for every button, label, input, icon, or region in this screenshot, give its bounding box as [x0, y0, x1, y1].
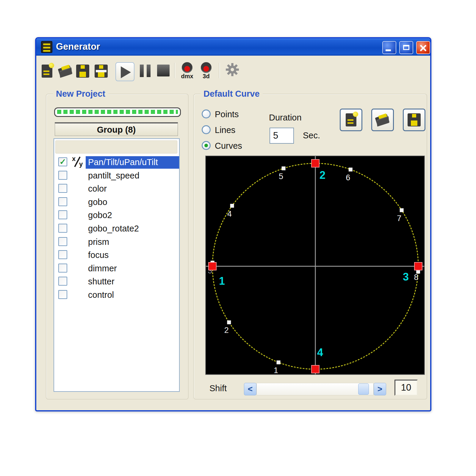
checkbox[interactable] [58, 250, 67, 259]
open-folder-icon [375, 113, 390, 126]
list-item-label: gobo2 [86, 209, 115, 222]
checkbox[interactable] [58, 277, 67, 286]
save-as-icon [95, 65, 108, 78]
curve-point-2 [227, 320, 231, 324]
group-header-button[interactable]: Group (8) [55, 122, 178, 136]
list-item-label: dimmer [86, 262, 119, 275]
3d-view-button[interactable]: 3d [198, 62, 215, 79]
minimize-button[interactable] [382, 41, 396, 54]
dmx-label: dmx [178, 73, 196, 79]
checkbox[interactable] [58, 224, 67, 233]
curve-point-label-5: 5 [279, 172, 283, 181]
duration-input[interactable] [270, 128, 294, 144]
checkbox[interactable] [58, 237, 67, 246]
list-item-pantilt-speed[interactable]: pantilt_speed [54, 170, 179, 182]
3d-label: 3d [198, 73, 215, 79]
settings-button[interactable] [226, 63, 239, 78]
close-button[interactable] [416, 41, 430, 54]
radio-label: Lines [215, 125, 235, 135]
list-item-dimmer[interactable]: dimmer [54, 262, 179, 275]
anchor-point-label-1: 1 [219, 275, 225, 287]
curve-point-7 [400, 208, 404, 212]
new-document-icon [346, 113, 356, 126]
play-button[interactable] [115, 62, 134, 81]
close-icon [420, 45, 427, 51]
toolbar-separator [174, 63, 175, 78]
shift-scrollbar-track[interactable] [256, 383, 374, 395]
radio-button-icon[interactable] [202, 125, 211, 134]
new-project-title: New Project [53, 89, 108, 99]
list-header-strip [55, 140, 177, 154]
stop-icon [157, 65, 170, 76]
checkbox[interactable]: ✓ [58, 157, 67, 166]
maximize-icon [403, 45, 409, 50]
checkbox[interactable] [58, 290, 67, 299]
curve-new-button[interactable] [340, 109, 362, 131]
maximize-button[interactable] [399, 41, 413, 54]
progress-bar [54, 107, 181, 117]
anchor-point-label-4: 4 [317, 346, 323, 358]
app-icon [41, 41, 52, 53]
list-item-gobo2[interactable]: gobo2 [54, 209, 179, 222]
curve-point-label-7: 7 [397, 214, 401, 223]
curve-point-label-4: 4 [227, 209, 232, 218]
radio-button-icon[interactable] [202, 141, 211, 150]
radio-label: Curves [215, 140, 242, 151]
checkbox[interactable] [58, 197, 67, 206]
curve-point-label-1: 1 [274, 366, 278, 374]
xy-axis-icon: xy [71, 156, 84, 169]
curve-point-6 [349, 167, 353, 171]
checkbox[interactable] [58, 210, 67, 219]
curve-point-5 [282, 166, 286, 170]
curve-save-button[interactable] [403, 109, 425, 131]
shift-scrollbar-thumb[interactable] [358, 383, 369, 395]
list-item-label: pantilt_speed [86, 170, 142, 182]
checkbox[interactable] [58, 171, 67, 180]
save-as-button[interactable] [95, 65, 108, 78]
open-folder-icon [58, 65, 73, 78]
new-project-button[interactable] [42, 65, 52, 78]
3d-knob-icon [201, 62, 212, 73]
anchor-point-label-2: 2 [320, 169, 325, 181]
list-item-label: shutter [86, 275, 117, 288]
fixture-attribute-list[interactable]: ✓xyPan/Tilt/uPan/uTiltpantilt_speedcolor… [54, 138, 180, 392]
list-item-focus[interactable]: focus [54, 249, 179, 262]
list-item-pan-tilt-upan-utilt[interactable]: ✓xyPan/Tilt/uPan/uTilt [54, 156, 179, 169]
list-item-label: gobo [86, 196, 110, 209]
list-item-shutter[interactable]: shutter [54, 275, 179, 288]
title-bar[interactable]: Generator [36, 38, 430, 56]
open-button[interactable] [58, 65, 73, 78]
save-button[interactable] [76, 65, 89, 78]
shift-scroll-right-button[interactable]: > [374, 383, 386, 395]
checkbox[interactable] [58, 264, 67, 273]
curve-open-button[interactable] [371, 109, 394, 131]
list-item-gobo-rotate2[interactable]: gobo_rotate2 [54, 223, 179, 235]
minimize-icon [386, 49, 391, 51]
curve-plot[interactable]: 123456781234 [206, 156, 424, 374]
shift-label: Shift [209, 383, 227, 393]
curve-editor-canvas[interactable]: 123456781234 [205, 156, 425, 375]
anchor-point-2 [311, 159, 319, 167]
list-item-color[interactable]: color [54, 183, 179, 195]
pause-icon [140, 65, 151, 77]
stop-button[interactable] [157, 65, 170, 76]
curve-point-4 [230, 204, 234, 208]
shift-scroll-left-button[interactable]: < [244, 383, 256, 395]
pause-button[interactable] [140, 65, 151, 77]
radio-button-icon[interactable] [202, 109, 211, 118]
list-item-label: prism [86, 236, 112, 248]
list-item-prism[interactable]: prism [54, 236, 179, 248]
list-item-label: Pan/Tilt/uPan/uTilt [86, 156, 179, 169]
toolbar: dmx 3d [36, 57, 430, 82]
list-item-control[interactable]: control [54, 289, 179, 301]
dmx-knob-icon [182, 62, 192, 73]
save-icon [76, 65, 89, 78]
gear-icon [226, 63, 239, 76]
list-item-label: focus [86, 249, 111, 262]
list-item-gobo[interactable]: gobo [54, 196, 179, 209]
check-icon: ✓ [59, 158, 67, 166]
new-document-icon [42, 65, 52, 78]
anchor-point-label-3: 3 [403, 271, 409, 283]
checkbox[interactable] [58, 184, 67, 193]
dmx-output-button[interactable]: dmx [178, 62, 196, 79]
